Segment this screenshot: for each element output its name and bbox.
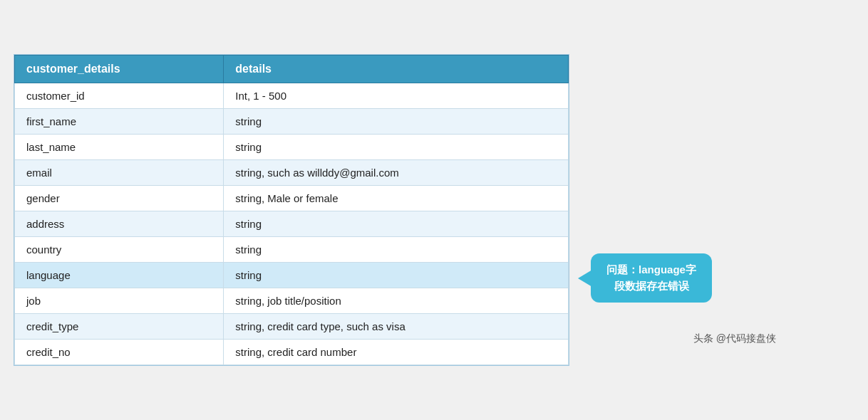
watermark-text: 头条 @代码接盘侠 <box>693 332 776 345</box>
cell-field: last_name <box>15 135 224 160</box>
cell-details: string <box>224 263 569 288</box>
cell-field: email <box>15 160 224 186</box>
cell-field: country <box>15 237 224 263</box>
col-header-field: customer_details <box>15 56 224 83</box>
cell-details: string <box>224 135 569 160</box>
cell-details: string <box>224 237 569 263</box>
cell-details: string, such as willddy@gmail.com <box>224 160 569 186</box>
cell-field: language <box>15 263 224 288</box>
cell-details: string, credit card number <box>224 340 569 365</box>
annotation-area: 问题：language字段数据存在错误 头条 @代码接盘侠 <box>569 253 783 303</box>
table-row: emailstring, such as willddy@gmail.com <box>15 160 569 186</box>
cell-field: job <box>15 288 224 314</box>
cell-field: credit_no <box>15 340 224 365</box>
table-row: credit_typestring, credit card type, suc… <box>15 314 569 340</box>
table-row: first_namestring <box>15 109 569 135</box>
table-row: countrystring <box>15 237 569 263</box>
cell-details: string, credit card type, such as visa <box>224 314 569 340</box>
cell-details: string <box>224 211 569 237</box>
callout-text: 问题：language字段数据存在错误 <box>606 263 696 292</box>
col-header-details: details <box>224 56 569 83</box>
cell-field: credit_type <box>15 314 224 340</box>
cell-field: customer_id <box>15 83 224 109</box>
table-container: customer_details details customer_idInt,… <box>14 54 569 366</box>
cell-details: string, job title/position <box>224 288 569 314</box>
table-row: jobstring, job title/position <box>15 288 569 314</box>
cell-details: string, Male or female <box>224 186 569 211</box>
data-table: customer_details details customer_idInt,… <box>14 55 569 365</box>
table-row: languagestring <box>15 263 569 288</box>
table-header-row: customer_details details <box>15 56 569 83</box>
cell-details: Int, 1 - 500 <box>224 83 569 109</box>
cell-details: string <box>224 109 569 135</box>
cell-field: first_name <box>15 109 224 135</box>
table-row: customer_idInt, 1 - 500 <box>15 83 569 109</box>
callout-bubble: 问题：language字段数据存在错误 <box>591 253 712 303</box>
table-row: addressstring <box>15 211 569 237</box>
table-row: last_namestring <box>15 135 569 160</box>
cell-field: address <box>15 211 224 237</box>
table-row: genderstring, Male or female <box>15 186 569 211</box>
table-row: credit_nostring, credit card number <box>15 340 569 365</box>
cell-field: gender <box>15 186 224 211</box>
page-wrapper: customer_details details customer_idInt,… <box>14 54 854 366</box>
